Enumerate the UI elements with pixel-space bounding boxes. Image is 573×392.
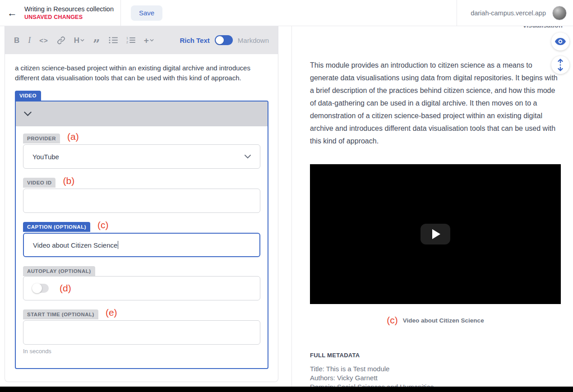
svg-text:2: 2: [126, 41, 128, 44]
up-down-arrows-icon: [556, 59, 564, 71]
video-caption: Video about Citizen Science: [403, 317, 484, 324]
provider-value: YouTube: [32, 153, 59, 161]
rich-text-label[interactable]: Rich Text: [180, 37, 209, 44]
toggle-knob: [32, 283, 42, 293]
editor-panel: B I <> H ”: [0, 26, 291, 387]
text-cursor: [118, 241, 118, 249]
start-time-label: START TIME (OPTIONAL): [23, 309, 98, 319]
chevron-down-icon: [24, 111, 32, 116]
bullet-list-button[interactable]: [109, 37, 118, 44]
start-time-help: In seconds: [23, 348, 260, 355]
play-button[interactable]: [421, 224, 450, 244]
play-icon: [432, 229, 440, 239]
metadata-title: Title: This is a Test module: [310, 364, 561, 374]
avatar[interactable]: [552, 6, 567, 20]
provider-label: PROVIDER: [23, 134, 60, 143]
annotation-c-preview: (c): [387, 315, 398, 326]
autoplay-box: (d): [23, 276, 260, 300]
caption-label: CAPTION (OPTIONAL): [23, 222, 90, 232]
provider-select[interactable]: YouTube: [23, 144, 260, 169]
autoplay-field-group: AUTOPLAY (OPTIONAL) (d): [23, 266, 260, 300]
link-button[interactable]: [57, 36, 65, 45]
metadata-heading: FULL METADATA: [310, 352, 561, 359]
annotation-d: (d): [60, 283, 71, 294]
video-block-fields: PROVIDER(a) YouTube VIDEO ID(b) CAPTION: [16, 126, 268, 368]
caption-input[interactable]: Video about Citizen Science: [23, 233, 260, 257]
preview-toggle-button[interactable]: [551, 32, 569, 51]
clipped-preview-text: visualisation: [523, 26, 563, 29]
metadata-authors: Authors: Vicky Garnett: [310, 374, 561, 383]
chevron-down-icon: [245, 155, 251, 159]
italic-icon: I: [28, 36, 31, 44]
collapse-button[interactable]: [24, 111, 32, 116]
provider-field-group: PROVIDER(a) YouTube: [23, 134, 260, 169]
video-block-header[interactable]: [16, 101, 268, 126]
annotation-c: (c): [97, 220, 109, 231]
mode-toggle[interactable]: [215, 35, 233, 45]
link-icon: [57, 36, 65, 45]
video-block: PROVIDER(a) YouTube VIDEO ID(b) CAPTION: [15, 101, 268, 369]
app-window: ← Writing in Resources collection UNSAVE…: [0, 0, 573, 392]
video-id-input[interactable]: [23, 189, 260, 213]
video-id-field-group: VIDEO ID(b): [23, 178, 260, 213]
header-site-section: dariah-campus.vercel.app: [457, 0, 573, 26]
editor-toolbar: B I <> H ”: [5, 26, 278, 54]
video-block-tag: VIDEO: [15, 91, 41, 101]
bold-icon: B: [14, 37, 19, 44]
italic-button[interactable]: I: [28, 36, 31, 44]
sync-scroll-button[interactable]: [551, 56, 569, 74]
page-title: Writing in Resources collection: [24, 5, 114, 13]
back-button[interactable]: ←: [7, 8, 17, 18]
caption-value: Video about Citizen Science: [33, 241, 117, 249]
numbered-list-icon: 1 2: [126, 37, 135, 44]
preview-content: This module provides an introduction to …: [310, 59, 561, 387]
video-id-label: VIDEO ID: [23, 178, 55, 188]
preview-panel: visualisation This module provides an in…: [291, 26, 573, 387]
heading-button[interactable]: H: [74, 37, 84, 44]
editor-mode-switch: Rich Text Markdown: [180, 35, 269, 45]
editor-paragraph[interactable]: a citizen science-based project within a…: [15, 63, 270, 83]
chevron-down-icon: [80, 39, 84, 42]
numbered-list-button[interactable]: 1 2: [126, 37, 135, 44]
caption-field-group: CAPTION (OPTIONAL)(c) Video about Citize…: [23, 222, 260, 257]
code-button[interactable]: <>: [39, 37, 48, 44]
autoplay-label: AUTOPLAY (OPTIONAL): [23, 266, 95, 276]
annotation-b: (b): [63, 175, 74, 186]
editor-card: B I <> H ”: [5, 26, 278, 382]
heading-icon: H: [74, 37, 79, 44]
toggle-knob: [216, 36, 224, 44]
eye-icon: [555, 37, 566, 46]
autoplay-toggle[interactable]: [32, 284, 49, 293]
svg-text:1: 1: [126, 37, 128, 40]
video-player[interactable]: [310, 164, 561, 304]
bold-button[interactable]: B: [14, 37, 19, 44]
preview-paragraph: This module provides an introduction to …: [310, 59, 561, 148]
code-icon: <>: [39, 37, 48, 44]
insert-button[interactable]: +: [144, 36, 154, 45]
site-name: dariah-campus.vercel.app: [471, 9, 546, 17]
annotation-e: (e): [106, 307, 117, 318]
quote-icon: ”: [93, 38, 100, 51]
editor-body[interactable]: a citizen science-based project within a…: [5, 54, 278, 369]
annotation-a: (a): [67, 131, 79, 142]
start-time-input[interactable]: [23, 320, 260, 345]
chevron-down-icon: [150, 39, 154, 42]
start-time-field-group: START TIME (OPTIONAL)(e) In seconds: [23, 309, 260, 355]
top-bar: ← Writing in Resources collection UNSAVE…: [0, 0, 573, 26]
metadata-domain: Domain: Social Sciences and Humanities: [310, 383, 561, 387]
markdown-label[interactable]: Markdown: [238, 37, 269, 44]
header-title-section: ← Writing in Resources collection UNSAVE…: [0, 0, 121, 26]
blockquote-button[interactable]: ”: [93, 38, 100, 46]
plus-icon: +: [144, 36, 149, 45]
header-titles: Writing in Resources collection UNSAVED …: [24, 5, 114, 20]
save-button[interactable]: Save: [131, 5, 162, 21]
bottom-bar: [0, 387, 573, 392]
bullet-list-icon: [109, 37, 118, 44]
video-caption-row: (c) Video about Citizen Science: [310, 315, 561, 326]
full-metadata-section: FULL METADATA Title: This is a Test modu…: [310, 352, 561, 387]
unsaved-changes-status: UNSAVED CHANGES: [24, 14, 114, 20]
